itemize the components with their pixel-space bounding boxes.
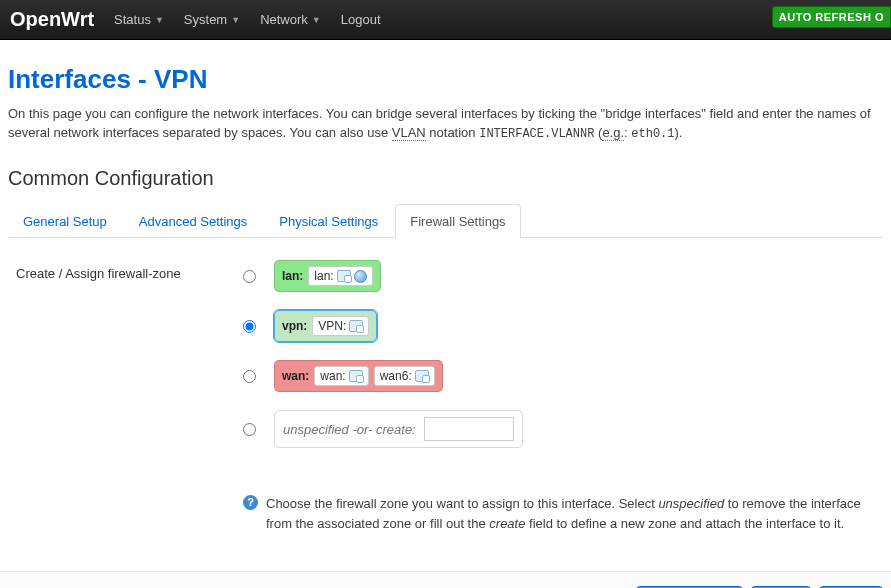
firewall-zone-field: lan:lan:vpn:VPN:wan:wan:wan6:unspecified…: [243, 260, 883, 466]
help-text: ? Choose the firewall zone you want to a…: [8, 494, 883, 543]
zone-name: wan:: [282, 369, 309, 383]
zone-radio-vpn[interactable]: [243, 320, 256, 333]
interface-chip: VPN:: [312, 316, 369, 336]
interface-label: wan6:: [380, 369, 412, 383]
tab-general[interactable]: General Setup: [8, 204, 122, 238]
zone-box-wan[interactable]: wan:wan:wan6:: [274, 360, 443, 392]
chevron-down-icon: ▼: [155, 15, 164, 25]
page-description: On this page you can configure the netwo…: [8, 105, 883, 143]
zone-radio-unspecified[interactable]: [243, 423, 256, 436]
globe-icon: [354, 270, 367, 283]
eg-abbr: e.g.: [602, 125, 624, 141]
ethernet-port-icon: [415, 370, 429, 382]
help-icon: ?: [243, 495, 258, 510]
tab-firewall[interactable]: Firewall Settings: [395, 204, 520, 238]
page-title: Interfaces - VPN: [8, 64, 883, 95]
interface-chip: wan:: [314, 366, 368, 386]
firewall-zone-label: Create / Assign firewall-zone: [8, 260, 243, 466]
chevron-down-icon: ▼: [231, 15, 240, 25]
top-nav: OpenWrt Status▼System▼Network▼Logout AUT…: [0, 0, 891, 40]
ethernet-port-icon: [349, 320, 363, 332]
zone-box-unspecified[interactable]: unspecified -or- create:: [274, 410, 523, 448]
zone-box-vpn[interactable]: vpn:VPN:: [274, 310, 377, 342]
vlan-abbr: VLAN: [392, 125, 426, 141]
zone-row-lan: lan:lan:: [243, 260, 883, 292]
interface-chip: wan6:: [374, 366, 435, 386]
brand-logo: OpenWrt: [8, 8, 104, 31]
tabs: General SetupAdvanced SettingsPhysical S…: [8, 204, 883, 238]
zone-box-lan[interactable]: lan:lan:: [274, 260, 381, 292]
nav-item-network[interactable]: Network▼: [250, 0, 331, 40]
vlan-notation-code: INTERFACE.VLANNR: [479, 127, 594, 141]
zone-row-wan: wan:wan:wan6:: [243, 360, 883, 392]
unspecified-label: unspecified -or- create:: [283, 422, 416, 437]
zone-radio-lan[interactable]: [243, 270, 256, 283]
nav-item-logout[interactable]: Logout: [331, 0, 391, 40]
zone-radio-wan[interactable]: [243, 370, 256, 383]
zone-row-unspecified: unspecified -or- create:: [243, 410, 883, 448]
ethernet-port-icon: [337, 270, 351, 282]
zone-row-vpn: vpn:VPN:: [243, 310, 883, 342]
actions-bar: Save & Apply Save Reset: [0, 571, 891, 588]
ethernet-port-icon: [349, 370, 363, 382]
nav-item-system[interactable]: System▼: [174, 0, 250, 40]
vlan-example-code: eth0.1: [631, 127, 674, 141]
chevron-down-icon: ▼: [312, 15, 321, 25]
zone-name: lan:: [282, 269, 303, 283]
interface-chip: lan:: [308, 266, 372, 286]
auto-refresh-badge[interactable]: AUTO REFRESH O: [772, 6, 891, 28]
create-zone-input[interactable]: [424, 417, 514, 441]
tab-physical[interactable]: Physical Settings: [264, 204, 393, 238]
zone-name: vpn:: [282, 319, 307, 333]
interface-label: VPN:: [318, 319, 346, 333]
tab-advanced[interactable]: Advanced Settings: [124, 204, 262, 238]
interface-label: lan:: [314, 269, 333, 283]
section-heading: Common Configuration: [8, 167, 883, 190]
nav-item-status[interactable]: Status▼: [104, 0, 174, 40]
interface-label: wan:: [320, 369, 345, 383]
